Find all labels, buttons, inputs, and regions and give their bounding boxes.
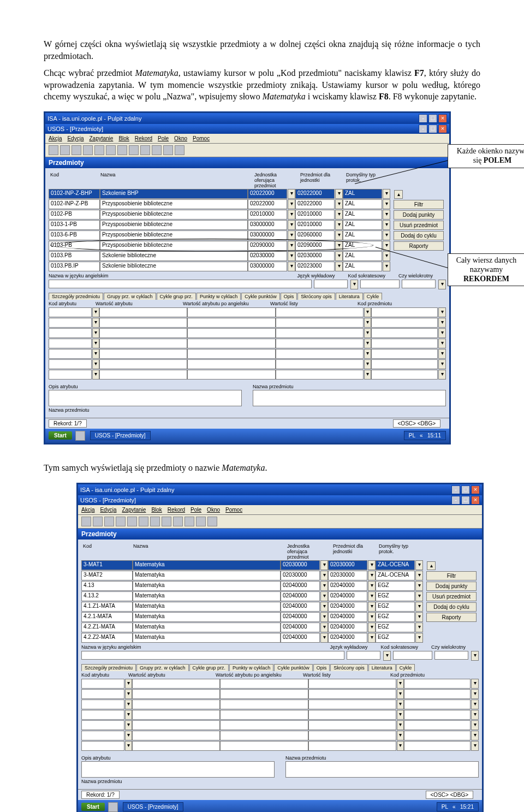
- lov-icon[interactable]: ▾: [415, 560, 423, 570]
- tab[interactable]: Literatura: [368, 664, 396, 671]
- table-row[interactable]: 3-MAT1Matematyka02030000▾02030000▾ZAL-OC…: [81, 560, 423, 570]
- start-button[interactable]: Start: [81, 803, 105, 811]
- table-row[interactable]: ▾▾▾: [49, 318, 446, 328]
- lov-icon[interactable]: ▾: [368, 591, 376, 601]
- cell[interactable]: [187, 328, 275, 338]
- table-row[interactable]: ▾▾▾: [49, 349, 446, 359]
- lov-icon[interactable]: ▾: [364, 339, 372, 348]
- toolbar-icon[interactable]: [81, 517, 91, 526]
- input-opis-atr[interactable]: [49, 390, 242, 406]
- lov-icon[interactable]: ▾: [397, 731, 404, 740]
- lov-icon[interactable]: ▾: [438, 328, 446, 338]
- cell[interactable]: [308, 679, 396, 689]
- toolbar-icon[interactable]: [150, 517, 160, 526]
- menu-item[interactable]: Edycja: [100, 507, 116, 513]
- cell[interactable]: [404, 731, 471, 740]
- browser-icon[interactable]: [75, 431, 85, 441]
- tab[interactable]: Cykle: [396, 664, 415, 671]
- cell[interactable]: [49, 328, 92, 338]
- cell[interactable]: [187, 349, 275, 359]
- lov-icon[interactable]: ▾: [471, 689, 479, 699]
- lov-icon[interactable]: ▾: [438, 349, 446, 359]
- cell-kod[interactable]: 4.13.2: [81, 591, 133, 601]
- table-row[interactable]: ▾▾▾: [81, 720, 479, 730]
- lov-icon[interactable]: ▾: [368, 612, 376, 622]
- lov-icon[interactable]: ▾: [383, 230, 390, 240]
- lov-icon[interactable]: ▾: [288, 220, 295, 230]
- toolbar-icon[interactable]: [117, 145, 127, 155]
- table-row[interactable]: 0103-1-PBPrzysposobienie biblioteczne030…: [49, 220, 390, 230]
- lov-icon[interactable]: ▾: [288, 262, 295, 271]
- cell-domyslny[interactable]: EGZ: [376, 591, 415, 601]
- cell[interactable]: [220, 720, 308, 730]
- cell[interactable]: [220, 689, 308, 699]
- cell-przedmiot-dla[interactable]: 02022000: [295, 199, 335, 209]
- cell[interactable]: [49, 349, 92, 359]
- cell[interactable]: [132, 700, 220, 709]
- cell-nazwa[interactable]: Matematyka: [133, 591, 281, 601]
- tab[interactable]: Skrócony opis: [297, 293, 335, 300]
- lov-icon[interactable]: ▾: [92, 349, 100, 359]
- lov-icon[interactable]: ▾: [383, 262, 390, 271]
- scroll-up-icon[interactable]: ▴: [427, 561, 436, 570]
- menu-item[interactable]: Okno: [174, 135, 187, 141]
- lov-icon[interactable]: ▾: [368, 581, 376, 591]
- toolbar-icon[interactable]: [173, 517, 183, 526]
- cell[interactable]: [132, 720, 220, 730]
- cell[interactable]: [220, 710, 308, 720]
- lov-icon[interactable]: ▾: [383, 199, 390, 209]
- table-row[interactable]: 4.2.Z2-MATAMatematyka02040000▾02040000▾E…: [81, 633, 423, 643]
- lov-icon[interactable]: ▾: [438, 318, 446, 328]
- table-row[interactable]: 0103.PB.IPSzkolenie biblioteczne03000000…: [49, 262, 390, 271]
- menu-item[interactable]: Rekord: [168, 507, 185, 513]
- tab[interactable]: Skrócony opis: [330, 664, 368, 671]
- lov-icon[interactable]: ▾: [471, 679, 479, 689]
- cell-kod[interactable]: 4.2.Z1-MATA: [81, 623, 133, 632]
- minimize-icon[interactable]: -: [419, 114, 427, 123]
- lov-icon[interactable]: ▾: [320, 560, 328, 570]
- taskbar-lang[interactable]: PL: [409, 432, 415, 438]
- lov-icon[interactable]: ▾: [368, 571, 376, 580]
- lov-icon[interactable]: ▾: [415, 633, 423, 643]
- toolbar-icon[interactable]: [106, 145, 116, 155]
- cell-nazwa[interactable]: Matematyka: [133, 612, 281, 622]
- lov-icon[interactable]: ▾: [320, 581, 328, 591]
- cell-przedmiot-dla[interactable]: 02040000: [328, 602, 367, 612]
- lov-icon[interactable]: ▾: [92, 328, 100, 338]
- cell[interactable]: [220, 741, 308, 751]
- cell-jednostka[interactable]: 02022000: [248, 199, 287, 209]
- lov-icon[interactable]: ▾: [438, 280, 446, 289]
- cell[interactable]: [49, 339, 92, 348]
- input-jezyk[interactable]: [347, 651, 380, 660]
- toolbar-icon[interactable]: [72, 145, 81, 155]
- cell[interactable]: [132, 731, 220, 740]
- menu-item[interactable]: Akcja: [81, 507, 94, 513]
- cell-jednostka[interactable]: 02030000: [281, 571, 320, 580]
- lov-icon[interactable]: ▾: [335, 210, 343, 220]
- lov-icon[interactable]: ▾: [368, 633, 376, 643]
- cell[interactable]: [99, 307, 187, 317]
- cell[interactable]: [220, 731, 308, 740]
- toolbar-icon[interactable]: [94, 145, 104, 155]
- side-button[interactable]: Raporty: [426, 613, 477, 622]
- cell[interactable]: [404, 710, 471, 720]
- cell-przedmiot-dla[interactable]: 02040000: [328, 591, 367, 601]
- maximize-icon[interactable]: □: [461, 485, 470, 494]
- tab[interactable]: Literatura: [336, 293, 363, 300]
- lov-icon[interactable]: ▾: [383, 251, 390, 261]
- tab[interactable]: Cykle: [364, 293, 383, 300]
- cell-domyslny[interactable]: ZAL: [343, 262, 382, 271]
- cell[interactable]: [371, 349, 438, 359]
- cell[interactable]: [371, 339, 438, 348]
- table-row[interactable]: ▾▾▾: [81, 700, 479, 709]
- cell[interactable]: [276, 370, 364, 380]
- lov-icon[interactable]: ▾: [320, 571, 328, 580]
- lov-icon[interactable]: ▾: [397, 679, 404, 689]
- cell-domyslny[interactable]: ZAL: [343, 210, 382, 220]
- cell-jednostka[interactable]: 02040000: [281, 612, 320, 622]
- lov-icon[interactable]: ▾: [125, 720, 133, 730]
- cell-przedmiot-dla[interactable]: 02022000: [295, 189, 335, 199]
- lov-icon[interactable]: ▾: [288, 230, 295, 240]
- table-row[interactable]: ▾▾▾: [81, 710, 479, 720]
- menu-item[interactable]: Blok: [151, 507, 162, 513]
